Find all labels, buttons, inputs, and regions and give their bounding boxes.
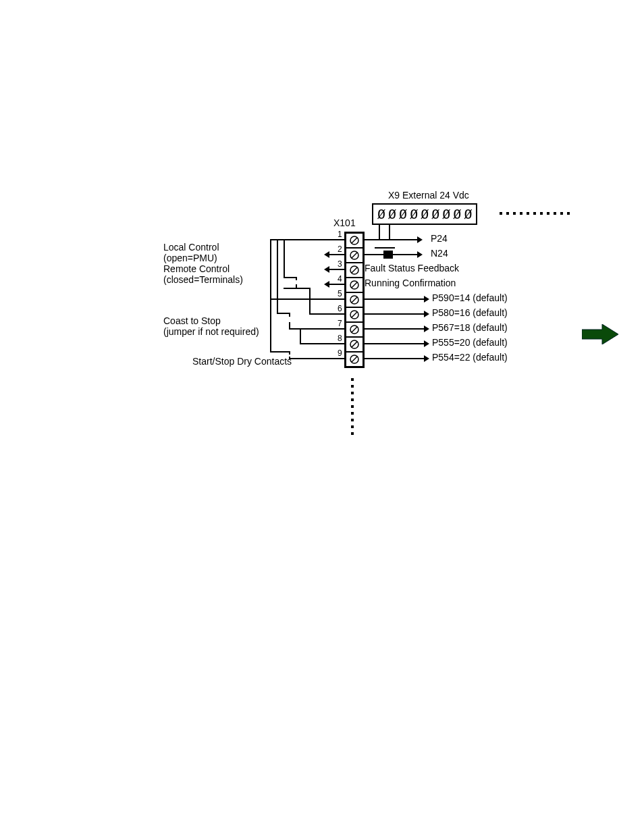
local-remote-label-block: Local Control (open=PMU) Remote Control … <box>163 242 243 285</box>
wire-lr-top <box>284 277 297 278</box>
wire-t1-p24 <box>363 239 417 240</box>
label-running: Running Confirmation <box>365 278 456 288</box>
label-local-l1: Local Control <box>163 242 243 253</box>
contact-coast-a <box>289 313 290 317</box>
x9-slot: Ø <box>421 207 429 221</box>
x9-slot: Ø <box>377 207 385 221</box>
terminal-number-2: 2 <box>338 244 342 254</box>
x9-title: X9 External 24 Vdc <box>388 190 469 201</box>
fuse-icon <box>383 251 393 259</box>
x9-slot: Ø <box>410 207 418 221</box>
x101-terminal-5 <box>346 292 363 307</box>
svg-line-13 <box>352 327 357 332</box>
label-start-stop: Start/Stop Dry Contacts <box>192 356 292 367</box>
wire-lr-drop <box>309 288 311 315</box>
dotted-line-right <box>500 212 570 215</box>
terminal-number-6: 6 <box>338 304 342 313</box>
label-remote-l1: Remote Control <box>163 263 243 274</box>
label-p555: P555=20 (default) <box>432 337 508 348</box>
svg-line-11 <box>352 312 357 317</box>
terminal-number-4: 4 <box>338 274 342 284</box>
label-coast-l1: Coast to Stop <box>163 315 259 326</box>
arrow-in-t3 <box>329 269 344 270</box>
terminal-number-7: 7 <box>338 319 342 328</box>
wire-t8-p555 <box>363 343 424 344</box>
x9-slot: Ø <box>453 207 461 221</box>
wire-t5-p590 <box>363 298 424 300</box>
svg-line-3 <box>352 253 357 258</box>
diagram-page: X9 External 24 Vdc Ø Ø Ø Ø Ø Ø Ø Ø Ø X10… <box>0 0 644 834</box>
x101-terminal-block <box>344 232 365 368</box>
contact-lr-a <box>296 277 297 280</box>
label-n24: N24 <box>431 248 448 259</box>
x101-terminal-2 <box>346 248 363 263</box>
wire-left-bus-c <box>284 239 285 278</box>
terminal-number-5: 5 <box>338 289 342 298</box>
wire-to-t8 <box>300 343 344 344</box>
wire-t6-p580 <box>363 313 424 315</box>
x101-terminal-8 <box>346 337 363 352</box>
svg-line-15 <box>352 342 357 347</box>
label-p590: P590=14 (default) <box>432 292 508 303</box>
terminal-number-3: 3 <box>338 259 342 269</box>
x9-slot: Ø <box>431 207 439 221</box>
wire-lr-bot <box>284 288 297 289</box>
wire-left-bus-a <box>270 239 271 353</box>
svg-line-5 <box>352 267 357 273</box>
svg-line-17 <box>352 357 357 362</box>
x9-slot: Ø <box>399 207 407 221</box>
x101-terminal-6 <box>346 307 363 322</box>
wire-coast-top <box>277 313 290 314</box>
green-arrow-icon <box>582 324 618 346</box>
arrow-in-t4 <box>329 284 344 285</box>
label-fault: Fault Status Feedback <box>365 263 459 273</box>
label-p24: P24 <box>431 233 448 244</box>
dotted-line-down <box>351 378 354 435</box>
wire-lr-out <box>297 288 311 289</box>
wire-t9-p554 <box>363 358 424 359</box>
svg-line-7 <box>352 282 357 288</box>
x101-terminal-7 <box>346 322 363 337</box>
label-p554: P554=22 (default) <box>432 352 508 363</box>
wire-t1-left <box>270 239 344 240</box>
arrow-in-t2 <box>329 254 344 255</box>
svg-line-1 <box>352 238 357 243</box>
terminal-number-9: 9 <box>338 348 342 358</box>
x9-slot: Ø <box>464 207 472 221</box>
svg-marker-18 <box>582 324 618 344</box>
label-remote-l2: (closed=Terminals) <box>163 274 243 285</box>
svg-line-9 <box>352 297 357 303</box>
x101-terminal-3 <box>346 263 363 278</box>
wire-left-bus-b <box>277 239 278 314</box>
label-p580: P580=16 (default) <box>432 307 508 318</box>
label-coast-l2: (jumper if not required) <box>163 326 259 337</box>
wire-to-t6 <box>309 313 344 315</box>
wire-t7-p567 <box>363 328 424 330</box>
wire-x9-drop-1 <box>379 224 380 239</box>
terminal-number-8: 8 <box>338 334 342 343</box>
x101-terminal-4 <box>346 278 363 292</box>
label-p567: P567=18 (default) <box>432 322 508 333</box>
wire-n24-top <box>375 247 395 249</box>
x101-terminal-9 <box>346 352 363 367</box>
x9-slot: Ø <box>442 207 450 221</box>
x9-terminal-block: Ø Ø Ø Ø Ø Ø Ø Ø Ø <box>372 203 477 225</box>
label-local-l2: (open=PMU) <box>163 253 243 263</box>
x101-label: X101 <box>333 217 356 228</box>
x101-terminal-1 <box>346 233 363 248</box>
wire-coast-drop <box>300 328 301 344</box>
wire-ss-top <box>270 351 290 353</box>
wire-t2-n24-a <box>363 254 383 255</box>
wire-to-t9 <box>289 358 344 359</box>
contact-ss-a <box>289 351 290 355</box>
wire-to-t5 <box>270 298 344 300</box>
wire-to-t7 <box>300 328 344 330</box>
wire-x9-drop-2 <box>389 224 390 239</box>
wire-t2-n24-b <box>393 254 417 255</box>
coast-label-block: Coast to Stop (jumper if not required) <box>163 315 259 337</box>
terminal-number-1: 1 <box>338 230 342 239</box>
x9-slot: Ø <box>388 207 396 221</box>
